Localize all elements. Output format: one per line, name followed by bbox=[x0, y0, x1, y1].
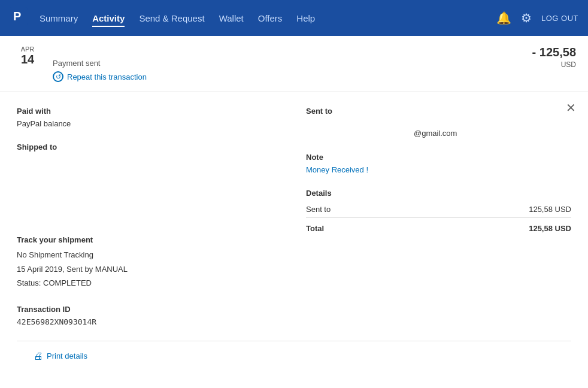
track-no-shipment: No Shipment Tracking bbox=[17, 248, 282, 262]
transaction-type: Payment sent bbox=[53, 59, 532, 68]
address-line-1 bbox=[17, 155, 282, 168]
txn-id-label: Transaction ID bbox=[17, 305, 282, 314]
print-bar: 🖨 Print details bbox=[17, 341, 571, 371]
nav-right: 🔔 ⚙ LOG OUT bbox=[496, 11, 578, 25]
nav-wallet[interactable]: Wallet bbox=[219, 13, 244, 26]
details-row-amount: 125,58 USD bbox=[492, 201, 571, 218]
transaction-info: Payment sent ↺ Repeat this transaction bbox=[53, 46, 532, 82]
total-label: Total bbox=[306, 218, 492, 237]
paid-with-label: Paid with bbox=[17, 107, 282, 116]
navbar: P Summary Activity Send & Request Wallet… bbox=[0, 0, 588, 36]
note-label: Note bbox=[306, 153, 571, 162]
nav-links: Summary Activity Send & Request Wallet O… bbox=[40, 13, 496, 23]
note-section: Note Money Received ! bbox=[306, 153, 571, 174]
amount-value: - 125,58 bbox=[532, 46, 576, 59]
paypal-logo: P bbox=[10, 7, 28, 29]
address-line-5 bbox=[17, 208, 282, 221]
details-row: Sent to 125,58 USD bbox=[306, 201, 571, 218]
details-table: Sent to 125,58 USD Total 125,58 USD bbox=[306, 201, 571, 237]
shipped-to-label: Shipped to bbox=[17, 143, 282, 151]
repeat-transaction-link[interactable]: ↺ Repeat this transaction bbox=[53, 71, 532, 82]
paid-with-value: PayPal balance bbox=[17, 119, 282, 128]
date-block: APR 14 bbox=[12, 46, 43, 66]
shipped-to-section: Shipped to bbox=[17, 143, 282, 221]
track-date: 15 April 2019, Sent by MANUAL bbox=[17, 262, 282, 276]
detail-columns: Paid with PayPal balance Shipped to Trac bbox=[17, 107, 571, 341]
sent-to-email-suffix: @gmail.com bbox=[414, 129, 457, 138]
address-line-3 bbox=[17, 181, 282, 195]
close-button[interactable]: ✕ bbox=[566, 102, 576, 114]
sent-to-email: @gmail.com bbox=[306, 129, 571, 138]
track-section: Track your shipment No Shipment Tracking… bbox=[17, 235, 282, 290]
nav-help[interactable]: Help bbox=[296, 13, 315, 26]
nav-summary[interactable]: Summary bbox=[40, 13, 78, 26]
sent-to-section: Sent to @gmail.com bbox=[306, 107, 571, 138]
transaction-header: APR 14 Payment sent ↺ Repeat this transa… bbox=[0, 36, 588, 92]
print-label: Print details bbox=[47, 351, 87, 360]
repeat-label: Repeat this transaction bbox=[67, 72, 147, 81]
details-sent-to-redacted bbox=[333, 205, 405, 213]
nav-offers[interactable]: Offers bbox=[258, 13, 283, 26]
sent-to-email-redacted bbox=[306, 129, 414, 138]
print-details-link[interactable]: 🖨 Print details bbox=[34, 351, 87, 362]
note-value: Money Received ! bbox=[306, 165, 571, 174]
notification-button[interactable]: 🔔 bbox=[496, 11, 511, 25]
track-label: Track your shipment bbox=[17, 235, 282, 244]
amount-currency: USD bbox=[532, 60, 576, 69]
transaction-id-section: Transaction ID 42E56982XN093014R bbox=[17, 305, 282, 326]
nav-send-request[interactable]: Send & Request bbox=[139, 13, 204, 26]
address-line-4 bbox=[17, 195, 282, 208]
total-row: Total 125,58 USD bbox=[306, 218, 571, 237]
details-label: Details bbox=[306, 189, 571, 198]
logout-button[interactable]: LOG OUT bbox=[541, 14, 578, 23]
main-content: APR 14 Payment sent ↺ Repeat this transa… bbox=[0, 36, 588, 388]
transaction-amount: - 125,58 USD bbox=[532, 46, 576, 69]
txn-id-value: 42E56982XN093014R bbox=[17, 317, 282, 326]
shipped-to-address bbox=[17, 155, 282, 221]
total-amount: 125,58 USD bbox=[492, 218, 571, 237]
repeat-icon: ↺ bbox=[53, 71, 63, 82]
detail-right: Sent to @gmail.com Note Money Received !… bbox=[306, 107, 571, 341]
svg-text:P: P bbox=[13, 10, 21, 23]
paid-with-section: Paid with PayPal balance bbox=[17, 107, 282, 128]
transaction-day: 14 bbox=[12, 53, 43, 66]
track-status: Status: COMPLETED bbox=[17, 276, 282, 290]
address-line-2 bbox=[17, 168, 282, 181]
settings-button[interactable]: ⚙ bbox=[521, 11, 532, 25]
sent-to-name bbox=[306, 119, 571, 129]
sent-to-name-redacted bbox=[306, 119, 384, 129]
detail-left: Paid with PayPal balance Shipped to Trac bbox=[17, 107, 282, 341]
details-section: Details Sent to 125,58 USD Total 125,58 … bbox=[306, 189, 571, 237]
detail-panel: ✕ Paid with PayPal balance Shipped to bbox=[0, 92, 588, 386]
printer-icon: 🖨 bbox=[34, 351, 43, 362]
nav-activity[interactable]: Activity bbox=[92, 13, 125, 27]
transaction-name-redacted bbox=[53, 46, 148, 56]
sent-to-label: Sent to bbox=[306, 107, 571, 116]
transaction-month: APR bbox=[12, 46, 43, 53]
details-row-label: Sent to bbox=[306, 201, 492, 218]
